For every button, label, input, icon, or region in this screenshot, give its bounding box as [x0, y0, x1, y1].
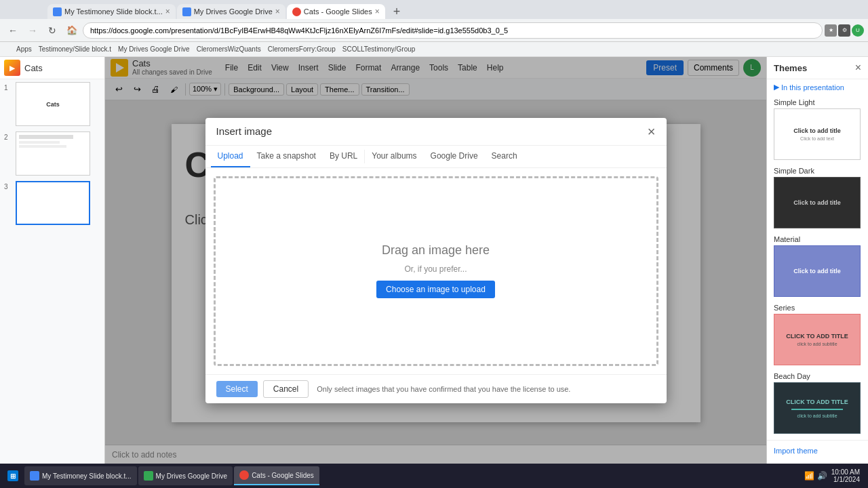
- address-input[interactable]: [83, 22, 823, 39]
- theme-preview-series: CLICK TO ADD TITLE click to add subtitle: [774, 314, 861, 365]
- back-button[interactable]: ←: [4, 22, 22, 39]
- modal-tab-url[interactable]: By URL: [323, 146, 364, 167]
- theme-item-series[interactable]: Series CLICK TO ADD TITLE click to add s…: [767, 300, 868, 369]
- taskbar-item-1[interactable]: My Testimoney Slide block.t...: [24, 466, 137, 485]
- slides-panel: ▶ Cats 1 Cats 2 3: [0, 57, 105, 464]
- bookmark-1[interactable]: Apps: [14, 45, 35, 54]
- system-tray: 📶 🔊 10:00 AM 1/1/2024: [799, 468, 865, 483]
- home-button[interactable]: 🏠: [63, 22, 81, 39]
- theme-item-simple-light[interactable]: Simple Light Click to add title Click to…: [767, 95, 868, 163]
- theme-name-simple-light: Simple Light: [774, 98, 861, 106]
- taskbar-start[interactable]: ⊞: [3, 466, 23, 486]
- drop-zone-text: Drag an image here: [382, 243, 490, 258]
- modal-title: Insert image: [216, 125, 273, 137]
- user-profile-btn[interactable]: U: [852, 24, 864, 37]
- slide-num-2: 2: [4, 134, 14, 141]
- forward-button[interactable]: →: [24, 22, 41, 39]
- bookmark-4[interactable]: CleromersWizQuants: [194, 45, 264, 54]
- modal-tab-drive[interactable]: Google Drive: [424, 146, 485, 167]
- ext-icon-2[interactable]: ⚙: [838, 24, 850, 37]
- select-button[interactable]: Select: [216, 381, 258, 397]
- modal-tab-albums[interactable]: Your albums: [365, 146, 423, 167]
- theme-preview-beach-day: CLICK TO ADD TITLE click to add subtitle: [774, 382, 861, 434]
- theme-preview-simple-dark: Click to add title: [774, 177, 861, 228]
- theme-item-beach-day[interactable]: Beach Day CLICK TO ADD TITLE click to ad…: [767, 369, 868, 437]
- taskbar-label-1: My Testimoney Slide block.t...: [42, 472, 132, 480]
- license-text: Only select images that you have confirm…: [317, 385, 570, 393]
- tab-label-1: My Testimoney Slide block.t...: [64, 7, 163, 16]
- modal-header: Insert image ×: [205, 118, 667, 146]
- slide-preview-1: Cats: [16, 82, 90, 126]
- modal-tab-snapshot[interactable]: Take a snapshot: [250, 146, 323, 167]
- slide-thumb-1[interactable]: 1 Cats: [0, 79, 104, 129]
- menu-bar: ▶ Cats: [0, 57, 104, 79]
- app-title-group: Cats: [24, 63, 43, 73]
- browser-chrome: My Testimoney Slide block.t... × My Driv…: [0, 0, 868, 57]
- import-theme-btn[interactable]: Import theme: [767, 440, 868, 461]
- tab-close-1[interactable]: ×: [165, 7, 170, 16]
- slide-num-1: 1: [4, 84, 14, 92]
- themes-close-button[interactable]: ×: [855, 62, 861, 74]
- theme-item-material[interactable]: Material Click to add title: [767, 232, 868, 300]
- theme-name-material: Material: [774, 235, 861, 243]
- choose-image-button[interactable]: Choose an image to upload: [376, 281, 495, 298]
- themes-panel-title: Themes: [774, 63, 807, 73]
- tab-favicon-3: [292, 7, 301, 16]
- ext-icon-1[interactable]: ★: [825, 24, 837, 37]
- tab-close-3[interactable]: ×: [375, 7, 380, 16]
- slide-preview-3-active: [16, 181, 90, 225]
- app-title: Cats: [24, 63, 43, 73]
- tab-favicon-1: [53, 7, 62, 16]
- tab-1[interactable]: My Testimoney Slide block.t... ×: [47, 4, 176, 19]
- tab-2[interactable]: My Drives Google Drive ×: [177, 4, 285, 19]
- theme-name-beach-day: Beach Day: [774, 372, 861, 380]
- theme-preview-material: Click to add title: [774, 245, 861, 297]
- expand-icon: ▶: [774, 83, 779, 92]
- slide-num-3: 3: [4, 183, 14, 190]
- refresh-button[interactable]: ↻: [43, 22, 61, 39]
- tab-3-active[interactable]: Cats - Google Slides ×: [287, 4, 385, 19]
- slide-thumb-3[interactable]: 3: [0, 178, 104, 228]
- slide-preview-text-1: Cats: [46, 101, 60, 108]
- modal-footer: Select Cancel Only select images that yo…: [205, 374, 667, 403]
- tab-favicon-2: [182, 7, 191, 16]
- address-bar-row: ← → ↻ 🏠 ★ ⚙ U: [0, 19, 868, 42]
- slide-thumb-2[interactable]: 2: [0, 129, 104, 178]
- taskbar-label-3: Cats - Google Slides: [252, 472, 314, 479]
- tray-icons: 📶 🔊: [804, 471, 827, 481]
- theme-preview-simple-light: Click to add title Click to add text: [774, 108, 861, 160]
- volume-icon[interactable]: 🔊: [817, 471, 827, 481]
- tab-close-2[interactable]: ×: [275, 7, 280, 16]
- theme-name-series: Series: [774, 304, 861, 312]
- taskbar-item-3-active[interactable]: Cats - Google Slides: [234, 466, 319, 485]
- modal-tab-upload[interactable]: Upload: [211, 146, 250, 167]
- tab-bar: My Testimoney Slide block.t... × My Driv…: [0, 0, 868, 19]
- tab-label-2: My Drives Google Drive: [194, 7, 273, 16]
- modal-overlay: Insert image × Upload Take a snapshot By…: [105, 57, 766, 464]
- new-tab-button[interactable]: +: [389, 5, 405, 19]
- modal-tabs: Upload Take a snapshot By URL Your album…: [205, 146, 667, 168]
- network-icon[interactable]: 📶: [804, 471, 814, 481]
- drop-or-text: Or, if you prefer...: [404, 264, 467, 274]
- themes-panel: Themes × ▶ In this presentation Simple L…: [766, 57, 868, 464]
- tab-label-3: Cats - Google Slides: [304, 7, 372, 16]
- cancel-button[interactable]: Cancel: [263, 380, 309, 398]
- bookmark-2[interactable]: Testimoney/Slide block.t: [36, 45, 114, 54]
- modal-close-button[interactable]: ×: [648, 125, 656, 138]
- in-this-presentation[interactable]: ▶ In this presentation: [767, 79, 868, 95]
- theme-item-simple-dark[interactable]: Simple Dark Click to add title: [767, 163, 868, 232]
- modal-body: Drag an image here Or, if you prefer... …: [205, 168, 667, 374]
- slides-logo: ▶: [4, 60, 20, 76]
- modal-tab-search[interactable]: Search: [485, 146, 524, 167]
- taskbar-item-2[interactable]: My Drives Google Drive: [138, 466, 233, 485]
- taskbar: ⊞ My Testimoney Slide block.t... My Driv…: [0, 464, 868, 488]
- slide-preview-2: [16, 131, 90, 176]
- themes-panel-header: Themes ×: [767, 57, 868, 79]
- bookmark-3[interactable]: My Drives Google Drive: [115, 45, 193, 54]
- bookmark-apps[interactable]: [5, 49, 12, 50]
- bookmark-5[interactable]: CleromersForry:Group: [265, 45, 338, 54]
- clock: 10:00 AM 1/1/2024: [831, 468, 860, 483]
- theme-name-simple-dark: Simple Dark: [774, 167, 861, 175]
- drop-zone[interactable]: Drag an image here Or, if you prefer... …: [214, 176, 658, 366]
- bookmark-6[interactable]: SCOLLTestimony/Group: [340, 45, 418, 54]
